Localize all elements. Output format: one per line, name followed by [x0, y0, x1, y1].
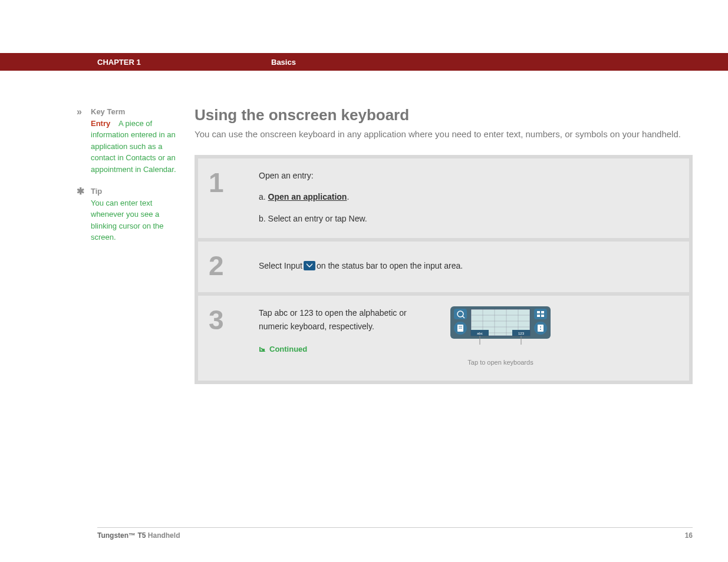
product-name: Tungsten™ T5 Handheld — [97, 531, 180, 540]
step-number: 1 — [209, 169, 259, 225]
svg-point-27 — [540, 329, 541, 330]
svg-rect-19 — [534, 309, 547, 319]
product-bold: Tungsten™ T5 — [97, 531, 146, 540]
svg-rect-23 — [541, 315, 544, 317]
keyterm-term: Entry — [91, 119, 110, 128]
svg-rect-22 — [537, 315, 540, 317]
step1-a-suffix: . — [347, 192, 349, 201]
product-rest: Handheld — [146, 531, 180, 540]
open-application-link[interactable]: Open an application — [268, 192, 347, 201]
sidebar: » Key Term Entry A piece of information … — [0, 106, 195, 384]
step1-a: a. Open an application. — [259, 190, 677, 203]
page-footer: Tungsten™ T5 Handheld 16 — [97, 527, 693, 540]
continued-label: Continued — [269, 343, 307, 356]
tip-label: Tip — [91, 186, 183, 197]
continued-arrow-icon — [259, 346, 266, 353]
keyterm-block: » Key Term Entry A piece of information … — [77, 106, 183, 175]
step1-a-prefix: a. — [259, 192, 268, 201]
svg-rect-12 — [454, 309, 467, 319]
step-3: 3 Tap abc or 123 to open the alphabetic … — [198, 296, 689, 381]
123-tab: 123 — [518, 332, 525, 335]
keyterm-body — [113, 119, 118, 128]
keyterm-label: Key Term — [91, 107, 125, 116]
step2-pre: Select Input — [259, 259, 302, 272]
continued-indicator: Continued — [259, 343, 307, 356]
step2-post: on the status bar to open the input area… — [317, 259, 463, 272]
svg-rect-20 — [537, 311, 540, 313]
svg-rect-21 — [541, 311, 544, 313]
svg-rect-25 — [538, 325, 543, 332]
keyterm-icon: » — [77, 106, 91, 175]
chapter-label: CHAPTER 1 — [97, 58, 271, 67]
keyboard-illustration: abc 123 — [442, 306, 559, 368]
input-icon — [304, 261, 315, 270]
step-number: 2 — [209, 252, 259, 279]
intro-text: You can use the onscreen keyboard in any… — [195, 128, 693, 140]
page-title: Using the onscreen keyboard — [195, 106, 693, 124]
tip-block: ✱ Tip You can enter text whenever you se… — [77, 186, 183, 243]
section-label: Basics — [271, 58, 296, 67]
abc-tab: abc — [477, 332, 483, 335]
chapter-header: CHAPTER 1 Basics — [0, 53, 728, 71]
step-2: 2 Select Input on the status bar to open… — [198, 242, 689, 292]
page-number: 16 — [685, 531, 693, 540]
step-1: 1 Open an entry: a. Open an application.… — [198, 158, 689, 238]
tip-icon: ✱ — [77, 186, 91, 243]
step3-text: Tap abc or 123 to open the alphabetic or… — [259, 306, 424, 333]
tip-body: You can enter text whenever you see a bl… — [91, 197, 183, 243]
main-content: Using the onscreen keyboard You can use … — [195, 106, 728, 384]
step1-b: b. Select an entry or tap New. — [259, 212, 677, 225]
step-number: 3 — [209, 306, 259, 368]
illustration-caption: Tap to open keyboards — [442, 358, 559, 368]
step1-lead: Open an entry: — [259, 169, 677, 182]
svg-point-26 — [540, 326, 541, 328]
steps-container: 1 Open an entry: a. Open an application.… — [195, 155, 693, 384]
